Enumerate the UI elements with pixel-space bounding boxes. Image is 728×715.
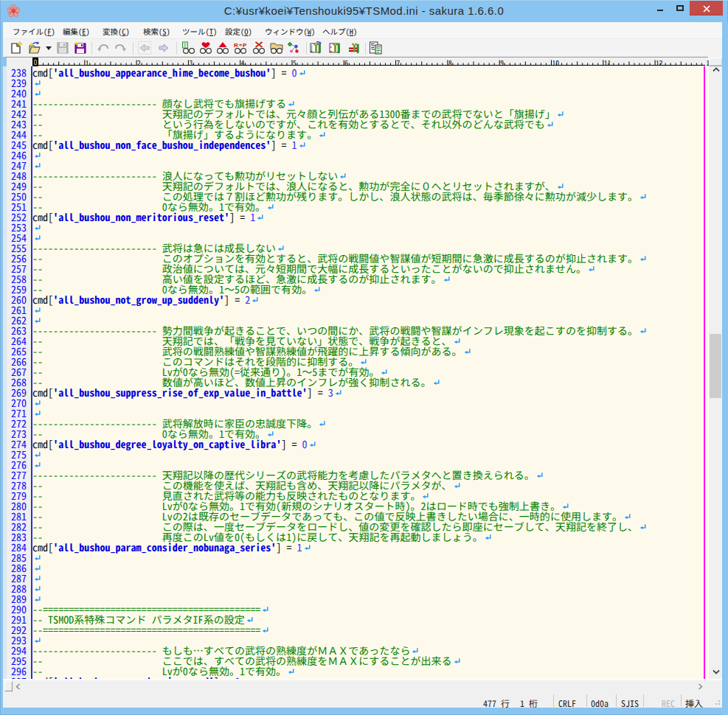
svg-text:P: P [243, 42, 247, 49]
svg-text:R: R [234, 42, 238, 49]
